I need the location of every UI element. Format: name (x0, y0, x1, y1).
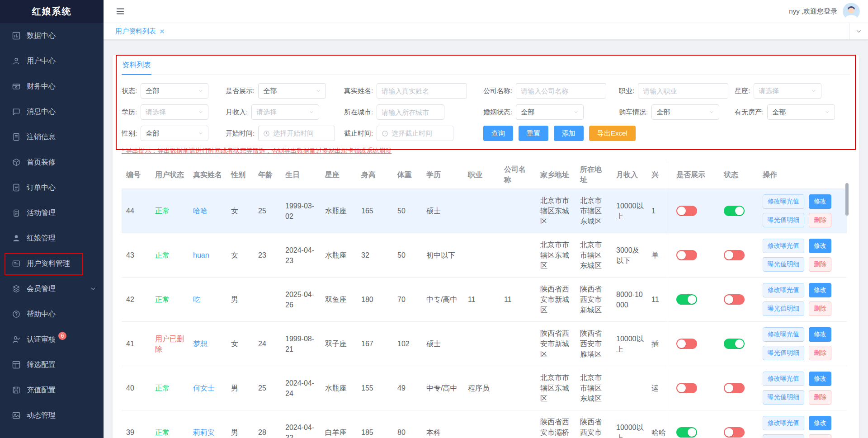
tab-data-list[interactable]: 资料列表 (122, 55, 151, 75)
delete-button[interactable]: 删除 (809, 346, 831, 360)
delete-button[interactable]: 删除 (809, 434, 831, 438)
delete-button[interactable]: 删除 (809, 213, 831, 227)
edit-exposure-button[interactable]: 修改曝光值 (763, 283, 804, 297)
search-button[interactable]: 查询 (483, 126, 513, 141)
user-status-text: 正常 (155, 250, 170, 260)
filter-input[interactable] (516, 83, 606, 99)
filter-label: 开始时间: (226, 129, 255, 138)
cell-id: 41 (122, 322, 151, 366)
cell-enabled (717, 366, 758, 410)
exposure-detail-button[interactable]: 曝光值明细 (763, 213, 804, 227)
sidebar-item-audit[interactable]: 认证审核6 (0, 327, 104, 352)
exposure-detail-button[interactable]: 曝光值明细 (763, 390, 804, 405)
sidebar-item-dynamic[interactable]: 动态管理 (0, 403, 104, 428)
name-link[interactable]: huan (193, 250, 209, 260)
filter-select[interactable]: 请选择 (141, 104, 208, 120)
status-toggle[interactable] (724, 206, 745, 216)
sidebar-item-finance-center[interactable]: 财务中心 (0, 74, 104, 99)
sidebar-item-data-center[interactable]: 数据中心 (0, 23, 104, 48)
sidebar-item-order-center[interactable]: 订单中心 (0, 175, 104, 200)
edit-exposure-button[interactable]: 修改曝光值 (763, 239, 804, 253)
add-button[interactable]: 添加 (554, 126, 584, 141)
table-row: 44正常哈哈女251999-03-02水瓶座16550硕士北京市市辖区东城区北京… (122, 189, 847, 233)
name-link[interactable]: 何女士 (193, 383, 215, 393)
filter-select[interactable]: 全部 (141, 126, 208, 141)
name-link[interactable]: 梦想 (193, 339, 208, 349)
delete-button[interactable]: 删除 (809, 301, 831, 316)
edit-button[interactable]: 修改 (809, 283, 831, 297)
display-toggle[interactable] (676, 250, 697, 260)
filter-time-picker[interactable]: 选择截止时间 (377, 126, 453, 141)
filter-time-picker[interactable]: 选择开始时间 (258, 126, 335, 141)
sidebar-item-message-center[interactable]: 消息中心 (0, 99, 104, 124)
sidebar-item-label: 动态管理 (27, 411, 56, 420)
exposure-detail-button[interactable]: 曝光值明细 (763, 301, 804, 316)
name-link[interactable]: 吃 (193, 294, 200, 305)
data-center-icon (12, 31, 21, 40)
filter-input[interactable] (377, 104, 444, 120)
row-actions: 修改曝光值修改曝光值明细删除 (763, 372, 831, 405)
exposure-detail-button[interactable]: 曝光值明细 (763, 257, 804, 272)
display-toggle[interactable] (676, 339, 697, 349)
filter-select[interactable]: 请选择 (754, 83, 821, 99)
avatar[interactable] (843, 3, 860, 20)
cell-display (668, 410, 717, 438)
sidebar-item-member[interactable]: 会员管理 (0, 276, 104, 301)
edit-button[interactable]: 修改 (809, 327, 831, 342)
edit-exposure-button[interactable]: 修改曝光值 (763, 416, 804, 430)
name-link[interactable]: 莉莉安 (193, 427, 215, 438)
edit-exposure-button[interactable]: 修改曝光值 (763, 372, 804, 386)
edit-exposure-button[interactable]: 修改曝光值 (763, 327, 804, 342)
filter-select[interactable]: 全部 (651, 104, 719, 120)
filter-input[interactable] (377, 83, 467, 99)
filter-select[interactable]: 全部 (767, 104, 835, 120)
close-icon[interactable] (159, 28, 165, 34)
export-excel-button[interactable]: 导出Excel (589, 126, 636, 141)
vertical-scrollbar[interactable] (845, 183, 849, 216)
display-toggle[interactable] (676, 383, 697, 393)
hamburger-menu-icon[interactable] (115, 6, 125, 16)
exposure-detail-button[interactable]: 曝光值明细 (763, 434, 804, 438)
sidebar-item-recharge[interactable]: 充值配置 (0, 377, 104, 403)
filter-select[interactable]: 全部 (141, 83, 208, 99)
exposure-detail-button[interactable]: 曝光值明细 (763, 346, 804, 360)
topbar: nyy ,欢迎您登录 (104, 0, 868, 23)
delete-button[interactable]: 删除 (809, 257, 831, 272)
edit-exposure-button[interactable]: 修改曝光值 (763, 194, 804, 209)
delete-button[interactable]: 删除 (809, 390, 831, 405)
reset-button[interactable]: 重置 (519, 126, 548, 141)
cell-enabled (717, 410, 758, 438)
edit-button[interactable]: 修改 (809, 194, 831, 209)
status-toggle[interactable] (724, 294, 745, 305)
edit-button[interactable]: 修改 (809, 372, 831, 386)
sidebar-item-activity[interactable]: 活动管理 (0, 200, 104, 226)
sidebar-item-logout-info[interactable]: 注销信息 (0, 124, 104, 150)
sidebar-item-matchmaker[interactable]: 红娘管理 (0, 226, 104, 251)
tab-user-profile-list[interactable]: 用户资料列表 (111, 27, 170, 36)
display-toggle[interactable] (676, 294, 697, 305)
tabs-bar: 用户资料列表 (104, 23, 868, 40)
filter-select[interactable]: 全部 (516, 104, 584, 120)
tabs-dropdown-button[interactable] (849, 23, 868, 39)
income-value: 10000以上 (616, 422, 645, 438)
status-toggle[interactable] (724, 427, 745, 438)
edit-button[interactable]: 修改 (809, 416, 831, 430)
toggle-knob (735, 339, 744, 348)
filter-select[interactable]: 请选择 (251, 104, 319, 120)
sidebar-item-help[interactable]: 帮助中心 (0, 301, 104, 327)
status-toggle[interactable] (724, 250, 745, 260)
filter-select[interactable]: 全部 (258, 83, 326, 99)
display-toggle[interactable] (676, 206, 697, 216)
filter-field: 是否展示:全部 (226, 83, 344, 99)
name-link[interactable]: 哈哈 (193, 206, 208, 216)
sidebar-item-home-decorate[interactable]: 首页装修 (0, 150, 104, 175)
help-icon (12, 310, 21, 319)
filter-input[interactable] (638, 83, 728, 99)
sidebar-item-user-center[interactable]: 用户中心 (0, 48, 104, 74)
status-toggle[interactable] (724, 383, 745, 393)
sidebar-item-filter-config[interactable]: 筛选配置 (0, 352, 104, 377)
sidebar-item-user-profile[interactable]: 用户资料管理 (0, 251, 104, 276)
edit-button[interactable]: 修改 (809, 239, 831, 253)
status-toggle[interactable] (724, 339, 745, 349)
display-toggle[interactable] (676, 427, 697, 438)
